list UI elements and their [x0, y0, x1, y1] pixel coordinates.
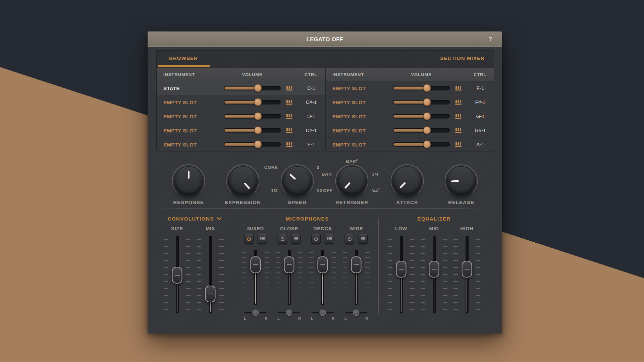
volume-slider[interactable] [393, 100, 450, 104]
convolutions-header[interactable]: CONVOLUTIONS [168, 216, 222, 222]
table-row[interactable]: EMPTY SLOT G#-1 [326, 123, 494, 137]
mic-list-button[interactable] [358, 234, 368, 244]
keyboard-icon[interactable] [286, 128, 292, 133]
pan-knob[interactable] [286, 310, 292, 316]
mic-power-button[interactable] [311, 234, 321, 244]
tab-section-mixer[interactable]: SECTION MIXER [440, 55, 485, 61]
ctrl-value[interactable]: F#-1 [466, 95, 494, 109]
response-knob[interactable] [171, 164, 206, 198]
ctrl-value[interactable]: A-1 [466, 137, 494, 151]
ctrl-value[interactable]: D-1 [297, 109, 325, 123]
ctrl-value[interactable]: C#-1 [297, 95, 325, 109]
volume-slider-thumb[interactable] [423, 126, 431, 134]
volume-slider-thumb[interactable] [254, 140, 262, 148]
mic-fader-decca[interactable] [313, 250, 332, 305]
volume-slider-fill [393, 101, 428, 104]
fader-thumb[interactable] [318, 256, 328, 273]
keyboard-icon[interactable] [286, 142, 292, 147]
pan-slider[interactable]: L R [277, 309, 301, 320]
volume-slider-thumb[interactable] [423, 98, 431, 106]
pan-slider[interactable]: L R [244, 309, 267, 320]
pan-slider[interactable]: L R [311, 309, 334, 320]
expression-knob[interactable] [225, 164, 260, 198]
volume-slider[interactable] [224, 86, 281, 90]
attack-knob[interactable] [390, 164, 425, 198]
table-row[interactable]: EMPTY SLOT A-1 [326, 137, 494, 152]
help-icon[interactable]: ? [489, 36, 492, 43]
volume-slider-thumb[interactable] [254, 84, 262, 92]
table-row[interactable]: EMPTY SLOT G-1 [326, 109, 494, 123]
volume-slider[interactable] [224, 114, 281, 118]
volume-slider-thumb[interactable] [254, 126, 262, 134]
ctrl-value[interactable]: F-1 [466, 81, 494, 95]
volume-slider-thumb[interactable] [254, 98, 262, 106]
volume-slider[interactable] [393, 114, 450, 118]
fader-thumb[interactable] [396, 261, 407, 278]
volume-slider-thumb[interactable] [423, 112, 431, 120]
mic-list-button[interactable] [258, 234, 267, 244]
ctrl-value[interactable]: G#-1 [466, 123, 494, 137]
retrigger-knob[interactable]: BAR2 BAR 3/4 OFF 3/42 [334, 164, 369, 198]
mic-power-button[interactable] [244, 234, 254, 244]
retrigger-mark-bar: BAR [322, 172, 332, 177]
table-row[interactable]: EMPTY SLOT D-1 [157, 109, 325, 123]
fader-thumb[interactable] [251, 256, 261, 273]
table-row[interactable]: EMPTY SLOT F-1 [326, 81, 494, 95]
eq-high-fader[interactable] [458, 236, 476, 313]
fader-ticks [276, 252, 280, 303]
table-row[interactable]: STATE C-1 [157, 81, 325, 95]
release-knob[interactable] [444, 164, 479, 198]
tab-browser[interactable]: BROWSER [169, 55, 198, 61]
mic-list-button[interactable] [291, 234, 301, 244]
speed-knob[interactable]: CORE 3 1/2 X2 [280, 164, 315, 198]
fader-thumb[interactable] [351, 256, 362, 273]
volume-slider[interactable] [393, 86, 450, 90]
volume-slider-thumb[interactable] [254, 112, 262, 120]
table-row[interactable]: EMPTY SLOT E-1 [157, 137, 325, 152]
keyboard-icon[interactable] [286, 114, 292, 119]
mic-button-row [311, 234, 334, 244]
ctrl-value[interactable]: D#-1 [297, 123, 325, 137]
fader-thumb[interactable] [172, 267, 182, 284]
volume-slider-thumb[interactable] [423, 140, 431, 148]
volume-slider[interactable] [393, 142, 450, 146]
volume-slider[interactable] [393, 128, 450, 132]
pan-knob[interactable] [253, 310, 259, 316]
mic-fader-close[interactable] [280, 250, 299, 305]
pan-knob[interactable] [320, 310, 326, 316]
keyboard-icon[interactable] [455, 142, 462, 147]
pan-slider[interactable]: L R [344, 309, 368, 320]
volume-slider[interactable] [224, 142, 281, 146]
eq-low-fader[interactable] [392, 236, 411, 313]
keyboard-icon[interactable] [455, 100, 462, 105]
mic-power-button[interactable] [278, 234, 287, 244]
retrigger-mark-off: OFF [323, 188, 332, 193]
size-fader[interactable] [168, 236, 186, 313]
fader-ticks [242, 252, 247, 303]
pan-knob[interactable] [353, 310, 360, 316]
mic-list-button[interactable] [325, 234, 334, 244]
ctrl-value[interactable]: G-1 [466, 109, 494, 123]
volume-slider[interactable] [224, 128, 281, 132]
table-row[interactable]: EMPTY SLOT F#-1 [326, 95, 494, 109]
keyboard-icon[interactable] [455, 86, 462, 90]
fader-thumb[interactable] [429, 261, 439, 278]
mix-fader[interactable] [201, 236, 220, 313]
keyboard-icon[interactable] [455, 128, 462, 133]
eq-mid-fader[interactable] [425, 236, 443, 313]
fader-thumb[interactable] [205, 286, 216, 302]
table-row[interactable]: EMPTY SLOT D#-1 [157, 123, 325, 137]
keyboard-icon[interactable] [455, 114, 462, 119]
keyboard-icon[interactable] [286, 86, 292, 90]
fader-thumb[interactable] [462, 261, 472, 278]
keyboard-icon[interactable] [286, 100, 292, 105]
ctrl-value[interactable]: C-1 [297, 81, 325, 95]
fader-thumb[interactable] [284, 256, 294, 273]
mic-power-button[interactable] [345, 234, 354, 244]
mic-fader-wide[interactable] [347, 250, 366, 305]
volume-slider-thumb[interactable] [423, 84, 431, 92]
mic-fader-mixed[interactable] [246, 250, 265, 305]
volume-slider[interactable] [224, 100, 281, 104]
ctrl-value[interactable]: E-1 [297, 137, 325, 151]
table-row[interactable]: EMPTY SLOT C#-1 [157, 95, 325, 109]
